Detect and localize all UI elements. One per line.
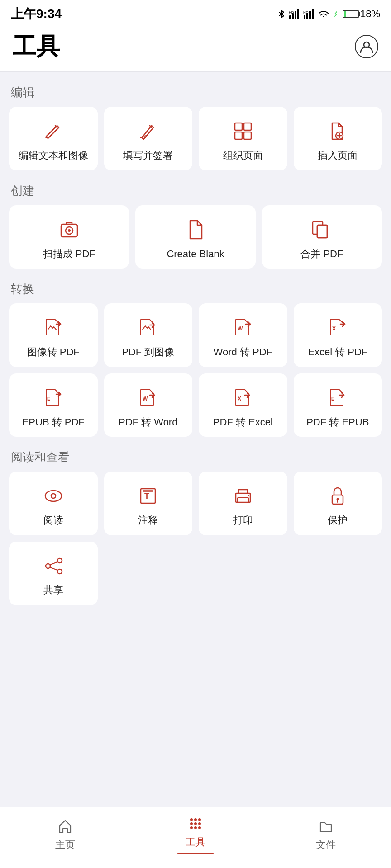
tools-nav-icon [186, 815, 205, 833]
convert-grid-row1: 图像转 PDF PDF 到图像 W [9, 303, 382, 367]
status-time: 上午9:34 [11, 5, 62, 23]
svg-rect-34 [238, 498, 248, 502]
files-nav-label: 文件 [316, 838, 336, 852]
section-read-title: 阅读和查看 [9, 449, 382, 465]
svg-rect-14 [244, 132, 251, 139]
svg-point-50 [190, 826, 193, 829]
merge-pdf-label: 合并 PDF [300, 248, 343, 261]
section-convert-title: 转换 [9, 281, 382, 297]
image-to-pdf-icon [41, 315, 66, 340]
svg-point-35 [248, 495, 249, 496]
pdf-to-epub-label: PDF 转 EPUB [306, 416, 369, 429]
print-label: 打印 [233, 514, 253, 527]
tool-share[interactable]: 共享 [9, 542, 98, 605]
tool-merge-pdf[interactable]: 合并 PDF [262, 205, 382, 269]
svg-rect-7 [309, 11, 311, 19]
tool-scan-pdf[interactable]: 扫描成 PDF [9, 205, 129, 269]
tool-create-blank[interactable]: Create Blank [135, 205, 255, 269]
tool-print[interactable]: 打印 [199, 472, 287, 535]
nav-files[interactable]: 文件 [261, 817, 391, 852]
files-nav-icon [317, 817, 335, 835]
merge-pdf-icon [309, 217, 334, 242]
tool-pdf-to-epub[interactable]: E PDF 转 EPUB [294, 373, 382, 437]
tool-image-to-pdf[interactable]: 图像转 PDF [9, 303, 98, 367]
pdf-to-word-icon: W [135, 385, 161, 410]
tool-insert-page[interactable]: 插入页面 [294, 107, 382, 170]
scan-pdf-label: 扫描成 PDF [43, 248, 95, 261]
tool-edit-text-image[interactable]: 编辑文本和图像 [9, 107, 98, 170]
tool-annotate[interactable]: T 注释 [104, 472, 193, 535]
tool-pdf-to-word[interactable]: W PDF 转 Word [104, 373, 193, 437]
svg-point-52 [198, 826, 201, 829]
page-title: 工具 [13, 31, 60, 62]
tool-organize-pages[interactable]: 组织页面 [199, 107, 287, 170]
excel-to-pdf-icon: X [325, 315, 350, 340]
tool-epub-to-pdf[interactable]: E EPUB 转 PDF [9, 373, 98, 437]
charging-icon [332, 11, 341, 17]
protect-label: 保护 [328, 514, 348, 527]
image-to-pdf-label: 图像转 PDF [27, 346, 80, 359]
create-blank-icon [183, 217, 208, 242]
svg-text:HD: HD [289, 10, 294, 14]
home-nav-icon [56, 817, 74, 835]
read-grid-row2: 共享 [9, 542, 382, 605]
svg-point-44 [190, 818, 193, 821]
svg-text:X: X [238, 396, 241, 402]
edit-text-image-label: 编辑文本和图像 [19, 149, 88, 162]
section-edit: 编辑 编辑文本和图像 [9, 85, 382, 170]
tool-excel-to-pdf[interactable]: X Excel 转 PDF [294, 303, 382, 367]
fill-sign-icon [135, 118, 161, 144]
section-read: 阅读和查看 阅读 T [9, 449, 382, 605]
tool-fill-sign[interactable]: 填写并签署 [104, 107, 193, 170]
print-icon [230, 483, 256, 509]
svg-point-46 [198, 818, 201, 821]
section-create: 创建 扫描成 PDF [9, 183, 382, 269]
bluetooth-icon [277, 9, 286, 19]
svg-point-48 [194, 822, 197, 825]
svg-point-39 [46, 564, 50, 568]
svg-rect-0 [289, 15, 291, 19]
excel-to-pdf-label: Excel 转 PDF [308, 346, 367, 359]
epub-to-pdf-label: EPUB 转 PDF [22, 416, 85, 429]
edit-text-image-icon [41, 118, 66, 144]
header: 工具 [0, 26, 391, 72]
svg-rect-20 [317, 225, 327, 238]
status-icons: HD HD 18% [277, 8, 380, 20]
word-to-pdf-icon: W [230, 315, 256, 340]
protect-icon [325, 483, 350, 509]
tools-nav-label: 工具 [186, 835, 205, 849]
tool-protect[interactable]: 保护 [294, 472, 382, 535]
svg-point-45 [194, 818, 197, 821]
svg-point-40 [57, 558, 62, 563]
svg-point-49 [198, 822, 201, 825]
tool-word-to-pdf[interactable]: W Word 转 PDF [199, 303, 287, 367]
create-grid: 扫描成 PDF Create Blank [9, 205, 382, 269]
share-label: 共享 [43, 584, 63, 597]
svg-rect-8 [312, 9, 314, 19]
signal-icon-1: HD [289, 9, 300, 19]
svg-line-43 [50, 567, 57, 570]
home-nav-label: 主页 [55, 838, 75, 852]
svg-point-47 [190, 822, 193, 825]
nav-home[interactable]: 主页 [0, 817, 130, 852]
tool-pdf-to-excel[interactable]: X PDF 转 Excel [199, 373, 287, 437]
create-blank-label: Create Blank [167, 248, 224, 261]
fill-sign-label: 填写并签署 [123, 149, 173, 162]
svg-rect-13 [235, 132, 242, 139]
svg-point-41 [57, 569, 62, 574]
tools-nav-active-indicator [177, 853, 214, 854]
svg-point-18 [68, 229, 71, 232]
scan-pdf-icon [57, 217, 82, 242]
status-bar: 上午9:34 HD HD [0, 0, 391, 26]
bottom-navigation: 主页 工具 文件 [0, 807, 391, 868]
tool-read[interactable]: 阅读 [9, 472, 98, 535]
pdf-to-excel-icon: X [230, 385, 256, 410]
nav-tools[interactable]: 工具 [130, 815, 261, 854]
tool-pdf-to-image[interactable]: PDF 到图像 [104, 303, 193, 367]
pdf-to-word-label: PDF 转 Word [119, 416, 177, 429]
battery-icon [343, 10, 359, 18]
user-icon [359, 39, 374, 54]
user-avatar-button[interactable] [355, 35, 378, 58]
svg-rect-12 [244, 123, 251, 130]
svg-text:E: E [47, 396, 50, 401]
